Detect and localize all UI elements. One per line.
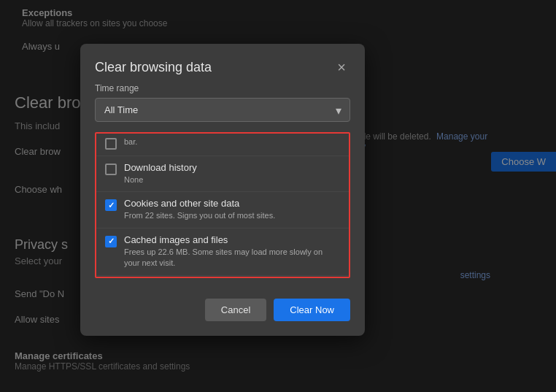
- time-range-select[interactable]: All Time Last hour Last 24 hours Last 7 …: [95, 98, 350, 122]
- clear-browsing-dialog: Clear browsing data × Time range All Tim…: [80, 44, 365, 336]
- item-cookies-label: Cookies and other site data: [124, 198, 340, 209]
- item-download-desc: None: [124, 174, 340, 185]
- clear-now-button[interactable]: Clear Now: [274, 299, 350, 321]
- list-item-passwords: Passwords None: [96, 276, 349, 278]
- checkbox-cookies[interactable]: [105, 199, 117, 211]
- cancel-button[interactable]: Cancel: [205, 299, 266, 321]
- item-bar-label: bar.: [124, 137, 340, 147]
- item-cookies-desc: From 22 sites. Signs you out of most sit…: [124, 210, 340, 221]
- item-cached-text: Cached images and files Frees up 22.6 MB…: [124, 234, 340, 269]
- checkbox-download[interactable]: [105, 164, 117, 175]
- checkbox-bar[interactable]: [105, 138, 117, 150]
- dialog-close-button[interactable]: ×: [333, 58, 350, 76]
- list-item-cached: Cached images and files Frees up 22.6 MB…: [96, 228, 349, 276]
- dialog-body: Time range All Time Last hour Last 24 ho…: [80, 83, 365, 290]
- dialog-header: Clear browsing data ×: [80, 44, 365, 83]
- time-range-label: Time range: [95, 83, 350, 93]
- list-item-partial: bar.: [96, 134, 349, 156]
- list-item-download: Download history None: [96, 156, 349, 192]
- items-list: bar. Download history None Cookies and o…: [95, 132, 350, 278]
- item-download-text: Download history None: [124, 162, 340, 185]
- item-cached-label: Cached images and files: [124, 234, 340, 245]
- checkbox-cached[interactable]: [105, 236, 117, 247]
- time-range-select-wrapper[interactable]: All Time Last hour Last 24 hours Last 7 …: [95, 98, 350, 122]
- item-cookies-text: Cookies and other site data From 22 site…: [124, 198, 340, 221]
- list-item-cookies: Cookies and other site data From 22 site…: [96, 192, 349, 228]
- dialog-title: Clear browsing data: [95, 60, 212, 75]
- dialog-footer: Cancel Clear Now: [80, 290, 365, 336]
- item-cached-desc: Frees up 22.6 MB. Some sites may load mo…: [124, 247, 340, 269]
- item-download-label: Download history: [124, 162, 340, 173]
- item-bar-text: bar.: [124, 137, 340, 147]
